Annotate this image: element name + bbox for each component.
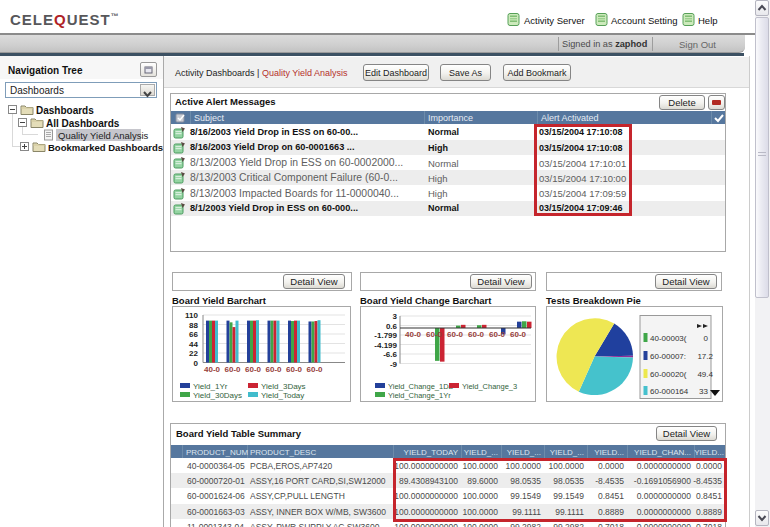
svg-text:-4.199: -4.199 — [374, 341, 397, 350]
svg-text:Yield_Change_1Yr: Yield_Change_1Yr — [388, 391, 451, 400]
svg-text:60-00007:: 60-00007: — [650, 352, 686, 361]
svg-text:Yield_1Yr: Yield_1Yr — [193, 382, 228, 391]
svg-text:Yield_30Days: Yield_30Days — [193, 391, 242, 400]
svg-text:17.2: 17.2 — [697, 352, 713, 361]
svg-text:44: 44 — [189, 340, 198, 349]
svg-text:60-0: 60-0 — [510, 330, 527, 339]
svg-text:Yield_Change_3: Yield_Change_3 — [462, 382, 517, 391]
svg-text:40-0: 40-0 — [405, 330, 422, 339]
svg-text:22: 22 — [189, 349, 198, 358]
svg-text:40-00003(: 40-00003( — [650, 334, 687, 343]
svg-text:60-0: 60-0 — [468, 330, 485, 339]
svg-text:60-000164: 60-000164 — [650, 387, 689, 396]
svg-text:Yield_3Days: Yield_3Days — [261, 382, 306, 391]
svg-text:60-0: 60-0 — [489, 330, 506, 339]
svg-text:0: 0 — [194, 359, 199, 368]
svg-text:110: 110 — [185, 311, 198, 320]
svg-text:60-0: 60-0 — [265, 365, 282, 374]
svg-text:60-00020(: 60-00020( — [650, 370, 687, 379]
svg-text:3: 3 — [393, 312, 398, 321]
svg-text:33: 33 — [699, 387, 708, 396]
svg-text:-1.799: -1.799 — [374, 331, 397, 340]
svg-text:88: 88 — [189, 321, 198, 330]
svg-text:60-0: 60-0 — [447, 330, 464, 339]
svg-text:60-0: 60-0 — [224, 365, 241, 374]
svg-text:Yield_Change_1Da: Yield_Change_1Da — [388, 382, 454, 391]
svg-text:49.4: 49.4 — [697, 370, 713, 379]
svg-text:60-0: 60-0 — [426, 330, 443, 339]
svg-text:60-0: 60-0 — [286, 365, 303, 374]
svg-text:-9: -9 — [390, 360, 398, 369]
svg-text:Yield_Today: Yield_Today — [261, 391, 304, 400]
svg-text:40-0: 40-0 — [204, 365, 221, 374]
svg-text:0.6: 0.6 — [386, 322, 398, 331]
svg-text:60-0: 60-0 — [306, 365, 323, 374]
svg-text:0: 0 — [704, 334, 709, 343]
svg-text:60-0: 60-0 — [245, 365, 262, 374]
svg-text:-6.6: -6.6 — [383, 350, 397, 359]
svg-text:66: 66 — [189, 330, 198, 339]
